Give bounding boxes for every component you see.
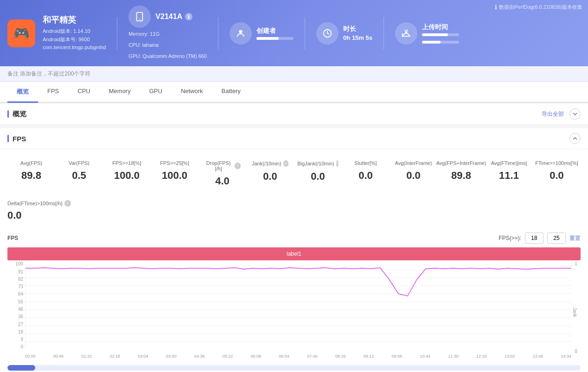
- fps-gte-label: FPS(>=):: [499, 235, 521, 241]
- fps-stat-10: Avg(FTime)[ms] 11.1: [485, 157, 533, 191]
- svg-point-2: [239, 30, 242, 33]
- chart-label-bar: label1: [7, 247, 581, 260]
- fps-stat-label-5: Jank(/10min) ?: [252, 160, 288, 167]
- fps-stats-grid: Avg(FPS) 89.8 Var(FPS) 0.5 FPS>=18[%] 10…: [0, 149, 588, 198]
- header-divider2: [218, 17, 218, 50]
- upload-bar2-fill: [422, 41, 441, 44]
- watermark-icon: ℹ: [495, 4, 497, 11]
- app-info: 和平精英 Android版本: 1.14.10 Android版本号: 9600…: [43, 14, 106, 52]
- delta-value: 0.0: [7, 209, 581, 221]
- fps-stat-value-9: 89.8: [443, 170, 479, 182]
- fps-section: FPS Avg(FPS) 89.8 Var(FPS) 0.5 FPS>=18[%…: [0, 128, 588, 372]
- duration-icon: [316, 22, 339, 44]
- fps-stat-value-8: 0.0: [395, 170, 432, 182]
- header: 🎮 和平精英 Android版本: 1.14.10 Android版本号: 96…: [0, 0, 588, 66]
- upload-icon: [395, 22, 417, 44]
- fps-threshold-controls: FPS(>=): 重置: [499, 233, 581, 244]
- creator-icon: [230, 22, 252, 44]
- jank-axis-label: Jank: [572, 308, 577, 317]
- fps-stat-3: FPS>=25[%] 100.0: [151, 157, 198, 191]
- export-btn[interactable]: 导出全部: [542, 110, 564, 118]
- device-name: V2141A: [155, 13, 182, 21]
- fps-stat-1: Var(FPS) 0.5: [55, 157, 103, 191]
- fps-title: FPS: [7, 135, 26, 143]
- overview-title: 概览: [7, 110, 26, 119]
- chart-plot: [25, 261, 571, 349]
- x-axis: 00:00 00:46 01:32 02:18 03:04 03:50 04:3…: [25, 354, 571, 363]
- fps-stat-9: Avg(FPS+InterFrame) 89.8: [437, 157, 485, 191]
- overview-header: 概览 导出全部: [0, 104, 588, 125]
- fps-stat-label-11: FTime>=100ms[%]: [538, 160, 575, 166]
- creator-text: 创建者: [256, 27, 294, 40]
- note-bar[interactable]: 备注 添加备注，不超过200个字符: [0, 66, 588, 82]
- app-package: com.tencent.tmgp.pubgmhd: [43, 44, 106, 52]
- fps-stat-value-5: 0.0: [252, 170, 288, 183]
- nav-tabs: 概览 FPS CPU Memory GPU Network Battery: [0, 82, 588, 103]
- reset-btn[interactable]: 重置: [569, 234, 581, 242]
- fps-stat-value-3: 100.0: [156, 170, 193, 182]
- duration-value: 0h 15m 5s: [343, 34, 372, 41]
- fps-stat-label-6: BigJank(/10min) ?: [300, 160, 336, 167]
- fps-collapse-btn[interactable]: [569, 133, 581, 144]
- delta-stat: Delta(FTime)>100ms[/h] ? 0.0: [0, 198, 588, 229]
- fps-threshold-2-input[interactable]: [547, 233, 566, 244]
- fps-stat-label-9: Avg(FPS+InterFrame): [443, 160, 479, 166]
- device-icon: [128, 6, 151, 28]
- duration-text: 时长 0h 15m 5s: [343, 25, 372, 41]
- device-section: V2141A ℹ Memory: 11G CPU: lahaina GPU: Q…: [128, 6, 207, 61]
- fps-stat-11: FTime>=100ms[%] 0.0: [533, 157, 581, 191]
- chart-section: FPS FPS(>=): 重置 label1 100 91 82 73 64: [0, 229, 588, 372]
- device-gpu: GPU: Qualcomm Adreno (TM) 660: [128, 52, 207, 61]
- fps-stat-value-6: 0.0: [300, 170, 336, 183]
- device-memory: Memory: 11G: [128, 30, 207, 39]
- tab-network[interactable]: Network: [172, 82, 212, 103]
- fps-stat-label-10: Avg(FTime)[ms]: [491, 160, 527, 166]
- upload-bar2: [422, 41, 459, 44]
- fps-threshold-1-input[interactable]: [525, 233, 543, 244]
- app-android-sdk: Android版本号: 9600: [43, 36, 106, 44]
- fps-stat-6: BigJank(/10min) ? 0.0: [294, 157, 342, 191]
- fps-stat-label-7: Stutter[%]: [347, 160, 384, 166]
- app-icon: 🎮: [7, 19, 35, 47]
- fps-stat-label-3: FPS>=25[%]: [156, 160, 193, 166]
- tab-battery[interactable]: Battery: [212, 82, 250, 103]
- tab-cpu[interactable]: CPU: [68, 82, 99, 103]
- chart-controls: FPS FPS(>=): 重置: [7, 229, 581, 247]
- creator-label: 创建者: [256, 27, 294, 35]
- tab-overview[interactable]: 概览: [7, 82, 38, 103]
- chart-scrollbar-thumb[interactable]: [7, 365, 35, 371]
- duration-stat: 时长 0h 15m 5s: [316, 22, 372, 44]
- help-icon-6[interactable]: ?: [336, 160, 339, 167]
- upload-text: 上传时间: [422, 23, 459, 44]
- creator-bar-fill: [256, 37, 279, 40]
- tab-gpu[interactable]: GPU: [140, 82, 172, 103]
- tab-fps[interactable]: FPS: [38, 82, 68, 103]
- app-name: 和平精英: [43, 14, 106, 25]
- overview-collapse-btn[interactable]: [569, 108, 581, 120]
- upload-stat: 上传时间: [395, 22, 459, 44]
- device-info-icon[interactable]: ℹ: [185, 13, 192, 20]
- chart-area[interactable]: 100 91 82 73 64 55 46 36 27 18 9 0: [7, 261, 581, 363]
- fps-stat-label-0: Avg(FPS): [13, 160, 50, 166]
- fps-stat-value-11: 0.0: [538, 170, 575, 182]
- watermark-text: 数据由PerfDog(6.0.210836)版本收集: [499, 4, 582, 11]
- duration-label: 时长: [343, 25, 372, 33]
- help-icon-4[interactable]: ?: [235, 163, 241, 169]
- tab-memory[interactable]: Memory: [100, 82, 140, 103]
- fps-stat-value-2: 100.0: [109, 170, 145, 182]
- svg-point-1: [139, 19, 140, 20]
- upload-label: 上传时间: [422, 23, 459, 32]
- chart-scrollbar[interactable]: [7, 365, 581, 371]
- chart-container: label1 100 91 82 73 64 55 46 36 27 18 9 …: [7, 247, 581, 372]
- fps-stat-0: Avg(FPS) 89.8: [7, 157, 55, 191]
- fps-stat-value-0: 89.8: [13, 170, 50, 182]
- fps-stat-2: FPS>=18[%] 100.0: [103, 157, 151, 191]
- creator-bar: [256, 37, 294, 40]
- header-divider4: [383, 17, 384, 50]
- overview-section: 概览 导出全部: [0, 104, 588, 125]
- help-icon-5[interactable]: ?: [283, 160, 288, 167]
- header-divider: [117, 17, 117, 50]
- fps-stat-label-8: Avg(InterFrame): [395, 160, 432, 166]
- delta-label: Delta(FTime)>100ms[/h] ?: [7, 200, 581, 207]
- delta-help-icon[interactable]: ?: [64, 200, 71, 207]
